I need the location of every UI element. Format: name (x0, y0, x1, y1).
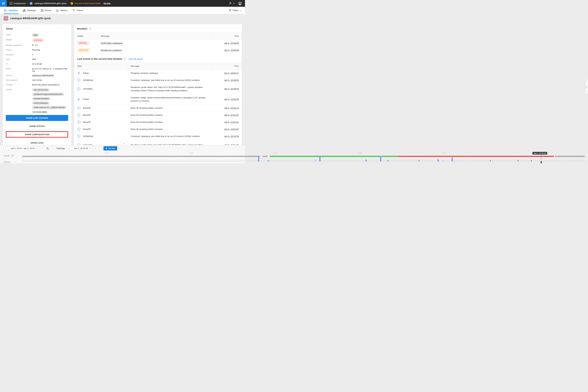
column-header-time: Time (212, 34, 242, 38)
event-row: OOMKilled Container 'catalogue' was kill… (74, 77, 242, 84)
event-time-link[interactable]: Apr 5, 15:51:16 (224, 144, 239, 145)
label-pill-list: api_service:truecomponent-type:kubernete… (32, 88, 68, 109)
event-message: Container 'catalogue' was killed due to … (128, 78, 212, 82)
monitor-message-link[interactable]: OOM Killed (catalogue) (101, 42, 123, 44)
event-time-link[interactable]: Apr 5, 15:51:59 (224, 135, 239, 138)
event-message: Stopping container catalogue (128, 72, 212, 75)
tab-bar: Highlights Topology Events Metrics Trace… (0, 7, 245, 14)
type-badge: pod (32, 34, 39, 36)
time-travel-message: You are in time travel mode. (74, 2, 101, 4)
topology-icon (23, 9, 26, 12)
show-last-change-button[interactable]: SHOW LAST CHANGE (6, 115, 68, 121)
go-live-button[interactable]: Go live (104, 146, 117, 150)
event-type-label: BackOff (83, 121, 90, 123)
event-type-icon (77, 106, 81, 110)
view-all-events-link[interactable]: View all events (128, 58, 143, 60)
zoom-out-button[interactable] (46, 146, 50, 150)
show-configuration-button[interactable]: SHOW CONFIGURATION (6, 131, 68, 138)
label-pill: api_service:true (32, 88, 50, 92)
tab-topology[interactable]: Topology (22, 7, 36, 14)
event-message: Back-off restarting failed container (128, 120, 212, 124)
tab-traces[interactable]: Traces (72, 7, 84, 14)
about-row-namespace: Namespace sock-shop (6, 78, 68, 82)
events-help-icon[interactable]: ? (124, 58, 126, 60)
about-row-phase: Phase Running (6, 48, 68, 52)
time-travel-banner: ! You are in time travel mode. Go live (70, 2, 110, 5)
chevron-down-icon (240, 10, 242, 11)
time-range-next-button[interactable] (40, 146, 44, 150)
event-row: BackOff Back-off restarting failed conta… (74, 112, 242, 118)
topology-time-dropdown[interactable]: Apr 5, 16:00:09 (72, 146, 92, 150)
event-message: Back-off restarting failed container (128, 106, 212, 110)
event-type-label: BackOff (83, 114, 90, 116)
monitor-time-link[interactable]: Apr 5, 15:45:06 (224, 42, 239, 44)
show-logs-button[interactable]: SHOW LOGS (6, 140, 68, 145)
tab-traces-label: Traces (76, 9, 83, 12)
label-pill: component-type:kubernetes-pod (32, 93, 64, 96)
health-help-icon[interactable]: ? (11, 154, 14, 157)
go-live-link[interactable]: Go live (104, 2, 110, 4)
tab-highlights[interactable]: Highlights (4, 7, 18, 14)
event-type-label: BackOff (83, 128, 90, 130)
time-range-dropdown[interactable]: Apr 5, 15:04 - Apr 5, 16:04 (9, 146, 39, 150)
topology-time-next-button[interactable] (93, 146, 98, 150)
event-type-icon (77, 134, 81, 138)
about-row-type: Type pod (6, 33, 68, 36)
event-time-link[interactable]: Apr 5, 15:52:00 (224, 128, 239, 130)
event-message: Container 'catalogue' was killed due to … (128, 134, 212, 138)
health-segment (22, 156, 245, 157)
event-type-label: BackOff (83, 107, 90, 109)
breadcrumb-components[interactable]: Components (10, 2, 26, 5)
monitors-help-icon[interactable]: ? (89, 28, 92, 30)
chevron-down-icon (123, 142, 125, 144)
owner-link[interactable]: catalogue-69b58cb649 (32, 74, 54, 76)
event-type-icon (77, 120, 81, 124)
about-row-ip: IP 10.0.30.95 (6, 62, 68, 66)
event-time-link[interactable]: Apr 5, 15:52:02 (224, 114, 239, 116)
topology-time-value: Apr 5, 16:00:09 (74, 147, 88, 150)
tab-metrics[interactable]: Metrics (56, 7, 68, 14)
expand-events-button[interactable] (119, 142, 129, 145)
event-message: Container image "quay.io/stackstate/weav… (128, 96, 212, 102)
tab-events-label: Events (45, 9, 52, 12)
monitors-table-body: CRITICAL OOM Killed (catalogue) Apr 5, 1… (74, 40, 242, 54)
show-status-button[interactable]: SHOW STATUS (6, 123, 68, 129)
label-pill: node-name:ip-10-...ompute.internal (32, 106, 66, 109)
monitor-message-link[interactable]: Restarts for containers (101, 49, 122, 51)
event-time-link[interactable]: Apr 5, 15:56:04 (224, 88, 239, 90)
tab-metrics-label: Metrics (60, 9, 68, 12)
hamburger-menu-button[interactable] (0, 0, 7, 7)
event-type-icon (77, 87, 81, 90)
event-type-label: Unhealthy (83, 144, 92, 145)
about-row-health: Health CRITICAL (6, 38, 68, 42)
time-range-label: Apr 5, 15:04 - Apr 5, 16:04 (11, 147, 35, 150)
breadcrumb-pod-label: catalogue-69b58cb649-gjl5v (pod) (34, 2, 66, 4)
event-time-link[interactable]: Apr 5, 15:52:14 (224, 107, 239, 109)
filters-button[interactable]: Filters (229, 7, 245, 14)
event-message: Back-off restarting failed container (128, 128, 212, 131)
event-time-link[interactable]: Apr 5, 16:00:37 (224, 72, 239, 74)
monitors-title: Monitors (77, 27, 87, 30)
more-labels-link[interactable]: +15 more labels (32, 110, 47, 113)
breadcrumb-pod[interactable]: catalogue-69b58cb649-gjl5v (pod) (29, 2, 66, 5)
event-row: Unhealthy Readiness probe failed: Get "h… (74, 140, 242, 145)
about-row-ready: Ready containers 1/1 (6, 44, 68, 47)
event-message: Readiness probe failed: Get "http://10.0… (128, 143, 212, 145)
event-time-link[interactable]: Apr 5, 15:52:28 (224, 98, 239, 100)
play-icon (106, 148, 107, 149)
health-badge: CRITICAL (32, 38, 44, 42)
column-header-message: Message (128, 64, 212, 68)
timeline-strip[interactable]: 15:1315:2215:3115:4015:49 Apr 5, 16:00:0… (22, 151, 245, 163)
top-nav: Components / catalogue-69b58cb649-gjl5v … (0, 0, 245, 7)
topology-time-prev-button[interactable] (67, 146, 71, 150)
monitor-time-link[interactable]: Apr 5, 15:46:06 (224, 49, 239, 51)
event-time-link[interactable]: Apr 5, 15:52:01 (224, 121, 239, 123)
event-time-link[interactable]: Apr 5, 15:59:00 (224, 79, 239, 81)
timeline-tick-label: 15:13 (104, 152, 109, 154)
pin-icon[interactable] (228, 2, 232, 5)
time-range-prev-button[interactable] (4, 146, 8, 150)
monitor-health-badge: DEVIATING (77, 48, 90, 52)
warning-icon: ! (70, 2, 73, 5)
user-avatar-icon[interactable] (238, 2, 242, 5)
tab-events[interactable]: Events (40, 7, 52, 14)
